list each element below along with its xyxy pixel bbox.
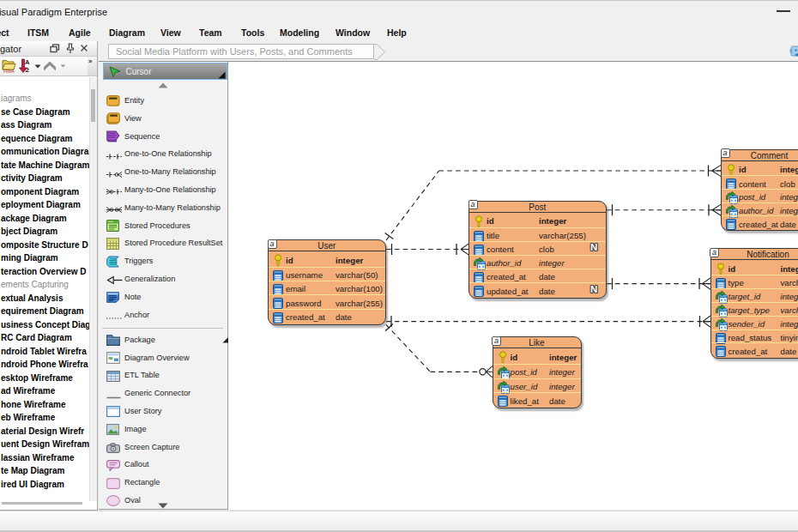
svg-text:FRMA: FRMA: [3, 70, 15, 74]
svg-text:2: 2: [26, 66, 30, 74]
svg-text:A: A: [25, 58, 30, 66]
